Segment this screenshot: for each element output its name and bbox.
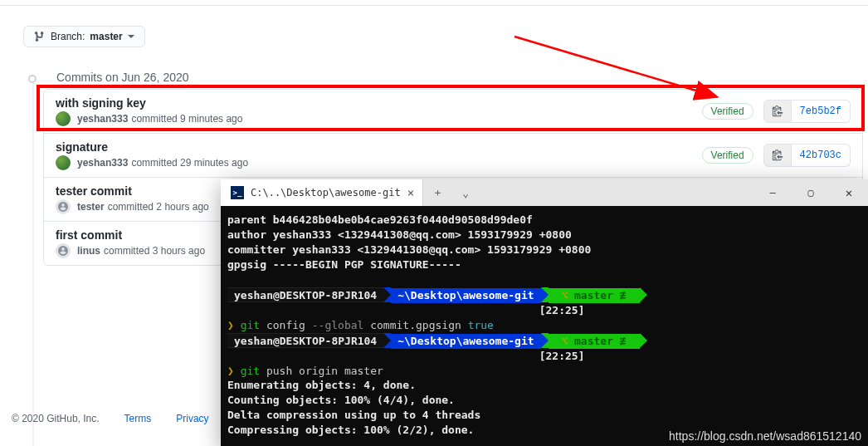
commit-row[interactable]: signature yeshan333 committed 29 minutes… — [44, 133, 862, 177]
prompt-user: yeshan@DESKTOP-8PJR104 — [227, 287, 383, 302]
avatar[interactable] — [56, 111, 71, 126]
clipboard-icon — [772, 149, 783, 161]
commit-title[interactable]: with signing key — [56, 96, 702, 110]
tab-close-icon[interactable]: × — [407, 186, 414, 199]
avatar[interactable] — [56, 155, 71, 170]
timeline-dot — [28, 75, 37, 83]
new-tab-button[interactable]: ＋ — [423, 179, 451, 206]
commit-author[interactable]: yeshan333 — [77, 113, 128, 125]
terminal-tab-title: C:\..\Desktop\awesome-git — [251, 187, 401, 198]
prompt-path: ~\Desktop\awesome-git — [391, 288, 540, 303]
commit-author[interactable]: yeshan333 — [77, 157, 128, 169]
page-footer: © 2020 GitHub, Inc. Terms Privacy — [0, 413, 216, 424]
svg-line-0 — [514, 37, 715, 96]
terminal-window: >_ C:\..\Desktop\awesome-git × ＋ ⌄ — ▢ ✕… — [221, 179, 868, 446]
footer-copyright: © 2020 GitHub, Inc. — [12, 413, 100, 424]
footer-terms-link[interactable]: Terms — [124, 413, 152, 424]
commit-time: committed 9 minutes ago — [131, 113, 242, 125]
branch-label: Branch: — [51, 31, 85, 42]
footer-privacy-link[interactable]: Privacy — [176, 413, 208, 424]
terminal-tab[interactable]: >_ C:\..\Desktop\awesome-git × — [221, 179, 423, 206]
close-button[interactable]: ✕ — [830, 179, 868, 206]
commit-author[interactable]: linus — [77, 245, 100, 257]
commit-title[interactable]: signature — [56, 140, 702, 154]
powershell-icon: >_ — [231, 186, 244, 199]
commit-time: committed 29 minutes ago — [131, 157, 248, 169]
copy-hash-button[interactable] — [763, 100, 792, 123]
commit-group-title: Commits on Jun 26, 2020 — [56, 71, 868, 84]
branch-name: master — [90, 31, 122, 42]
commit-row[interactable]: with signing key yeshan333 committed 9 m… — [44, 90, 862, 133]
prompt-branch: ⌥ master ≢ — [549, 288, 640, 303]
commit-hash-link[interactable]: 42b703c — [792, 144, 851, 167]
commit-author[interactable]: tester — [77, 201, 105, 213]
git-branch-icon — [34, 31, 46, 42]
branch-selector[interactable]: Branch: master — [23, 26, 145, 47]
verified-badge[interactable]: Verified — [702, 103, 753, 120]
copy-hash-button[interactable] — [763, 144, 792, 167]
commit-time: committed 2 hours ago — [108, 201, 209, 213]
avatar[interactable] — [56, 199, 71, 214]
commit-hash-link[interactable]: 7eb5b2f — [792, 100, 851, 123]
clipboard-icon — [772, 105, 783, 117]
terminal-titlebar[interactable]: >_ C:\..\Desktop\awesome-git × ＋ ⌄ — ▢ ✕ — [221, 179, 868, 206]
maximize-button[interactable]: ▢ — [792, 179, 830, 206]
minimize-button[interactable]: — — [753, 179, 792, 206]
avatar[interactable] — [56, 243, 71, 258]
watermark: https://blog.csdn.net/wsad861512140 — [669, 429, 861, 443]
verified-badge[interactable]: Verified — [702, 147, 753, 164]
tab-menu-chevron-icon[interactable]: ⌄ — [451, 179, 480, 206]
commit-time: committed 3 hours ago — [104, 245, 205, 257]
terminal-body[interactable]: parent b446428b04be0b4cae9263f0440d90508… — [221, 206, 868, 446]
caret-down-icon — [128, 33, 134, 40]
